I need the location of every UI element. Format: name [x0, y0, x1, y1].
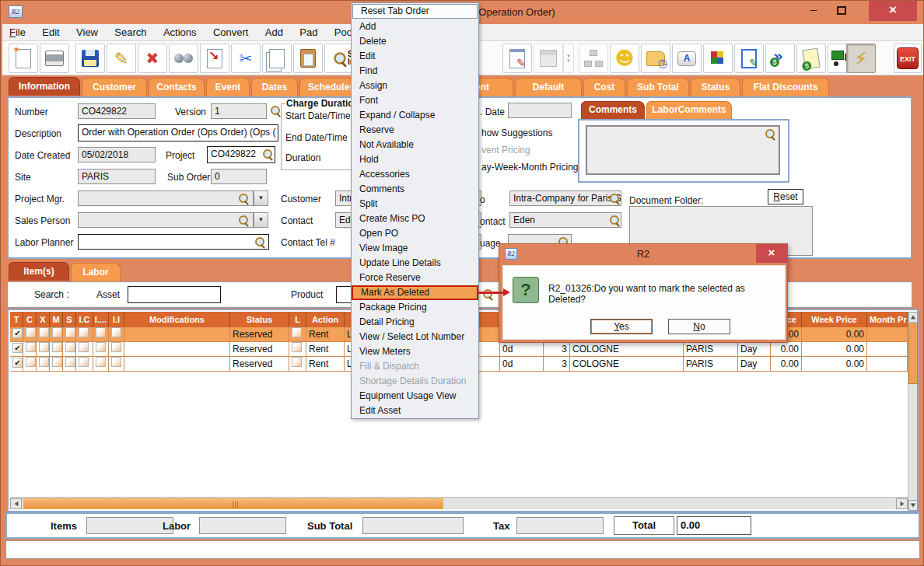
bill-to-search-icon[interactable] [609, 193, 620, 204]
menu-view[interactable]: View [69, 24, 105, 41]
org-chart-button[interactable] [579, 44, 608, 73]
tab-cost[interactable]: Cost [583, 78, 625, 96]
calendar-button[interactable] [534, 44, 563, 73]
context-menu-item-edit[interactable]: Edit [352, 49, 478, 64]
tab-customer[interactable]: Customer [82, 78, 147, 96]
col-header-c[interactable]: C [23, 312, 37, 327]
copy-button[interactable] [262, 44, 292, 73]
close-button[interactable]: × [869, 1, 917, 21]
sales-person-search-icon[interactable] [238, 215, 249, 225]
sales-person-dropdown[interactable]: ▼ [254, 212, 268, 228]
comments-search-icon[interactable] [765, 128, 775, 139]
context-menu-item-expand-collapse[interactable]: Expand / Collapse [352, 108, 478, 123]
context-menu-item-open-po[interactable]: Open PO [352, 226, 478, 241]
folder-history-button[interactable]: ◷ [641, 44, 670, 73]
yes-button[interactable]: Yes [590, 319, 653, 334]
menu-add[interactable]: Add [258, 24, 290, 41]
col-header-status[interactable]: Status [230, 312, 289, 327]
keyboard-shortcut-button[interactable]: A [672, 44, 702, 73]
tab-dates[interactable]: Dates [251, 78, 298, 96]
menu-convert[interactable]: Convert [206, 24, 256, 41]
horizontal-scroll-thumb[interactable] [23, 498, 443, 509]
context-menu-item-mark-as-deleted[interactable]: Mark As Deleted [352, 285, 478, 300]
rev-date-field[interactable] [508, 103, 572, 118]
horizontal-scrollbar[interactable] [10, 497, 908, 509]
bill-contact-search-icon[interactable] [609, 215, 620, 225]
context-menu-item-comments[interactable]: Comments [352, 182, 478, 197]
context-menu-item-assign[interactable]: Assign [352, 79, 478, 93]
bill-contact-field[interactable]: Eden [509, 212, 621, 228]
calendar-dropdown-button[interactable]: ▼▼ [563, 44, 574, 73]
cubes-button[interactable] [703, 44, 733, 73]
delete-button[interactable]: ✖ [138, 44, 167, 73]
notes-button[interactable]: ✎ [502, 44, 532, 73]
find-button[interactable] [169, 44, 198, 73]
context-menu-item-not-available[interactable]: Not Available [352, 138, 478, 152]
context-menu-item-split[interactable]: Split [352, 197, 478, 211]
tab-status[interactable]: Status [691, 78, 740, 96]
tab-items[interactable]: Item(s) [9, 262, 69, 281]
scroll-left-button[interactable] [10, 498, 22, 509]
tab-event[interactable]: Event [206, 78, 250, 96]
col-header-month-price[interactable]: Month Price [867, 312, 908, 327]
project-mgr-search-icon[interactable] [238, 193, 249, 204]
tab-labor-comments[interactable]: LaborComments [646, 101, 732, 119]
site-field[interactable]: PARIS [78, 169, 156, 184]
tab-information[interactable]: Information [9, 77, 80, 96]
menu-pad[interactable]: Pad [292, 24, 324, 41]
edit-button[interactable]: ✎ [107, 44, 136, 73]
col-header-x[interactable]: X [37, 312, 50, 327]
product-search-icon[interactable] [482, 288, 493, 299]
save-button[interactable] [75, 44, 105, 73]
scroll-down-button[interactable] [908, 500, 918, 511]
smiley-button[interactable]: ☻ [610, 44, 639, 73]
cut-button[interactable]: ✂ [231, 44, 261, 73]
project-search-icon[interactable] [262, 148, 273, 159]
context-menu-item-force-reserve[interactable]: Force Reserve [352, 271, 478, 285]
context-menu-item-detail-pricing[interactable]: Detail Pricing [352, 315, 478, 330]
tab-contacts[interactable]: Contacts [149, 78, 205, 96]
edit-document-button[interactable]: ✎ [734, 44, 764, 73]
col-header-ii[interactable]: I.I [109, 312, 124, 327]
comments-textarea[interactable] [586, 125, 780, 175]
col-header-l[interactable]: L [289, 312, 306, 327]
vertical-scrollbar[interactable] [908, 312, 917, 511]
context-menu-item-view-image[interactable]: View Image [352, 241, 478, 256]
version-field[interactable]: 1 [211, 103, 267, 119]
context-menu-item-package-pricing[interactable]: Package Pricing [352, 300, 478, 315]
context-menu-item-add[interactable]: Add [352, 19, 478, 34]
context-menu-item-delete[interactable]: Delete [352, 34, 478, 49]
description-field[interactable]: Order with Operation Order (Ops Order) (… [78, 124, 278, 142]
col-header-modifications[interactable]: Modifications [124, 312, 230, 327]
maximize-button[interactable] [830, 1, 853, 21]
col-header-ic[interactable]: I.C [76, 312, 93, 327]
menu-search[interactable]: Search [107, 24, 153, 41]
tab-sub-total[interactable]: Sub Total [627, 78, 689, 96]
tab-default[interactable]: Default [515, 78, 582, 96]
asset-input[interactable] [128, 286, 221, 303]
context-menu-item-view-select-lot-number[interactable]: View / Select Lot Number [352, 330, 478, 344]
menu-file[interactable]: File [2, 24, 33, 41]
copy-to-order-button[interactable]: ↘ [200, 44, 229, 73]
context-menu-item-create-misc-po[interactable]: Create Misc PO [352, 211, 478, 226]
labor-planner-field[interactable] [78, 234, 269, 250]
context-menu-item-view-meters[interactable]: View Meters [352, 344, 478, 359]
number-field[interactable]: CO429822 [78, 103, 156, 119]
exit-button[interactable]: EXIT [894, 44, 922, 73]
menu-edit[interactable]: Edit [35, 24, 66, 41]
col-header-week-price[interactable]: Week Price [802, 312, 867, 327]
menu-actions[interactable]: Actions [156, 24, 204, 41]
print-button[interactable] [40, 44, 69, 73]
new-order-button[interactable]: ✶ [9, 44, 38, 73]
col-header-action[interactable]: Action [306, 312, 345, 327]
tab-flat-discounts[interactable]: Flat Discounts [742, 78, 829, 96]
sales-person-field[interactable] [78, 212, 254, 228]
scroll-up-button[interactable] [908, 312, 918, 323]
quick-action-button[interactable]: ⚡ [846, 44, 876, 73]
project-mgr-dropdown[interactable]: ▼ [254, 190, 268, 206]
context-menu-item-hold[interactable]: Hold [352, 152, 478, 167]
invoice-button[interactable]: $ [796, 44, 826, 73]
bill-to-field[interactable]: Intra-Company for Paris Site [509, 190, 621, 206]
context-menu-item-reset-tab-order[interactable]: Reset Tab Order [352, 4, 478, 19]
paste-button[interactable] [293, 44, 323, 73]
